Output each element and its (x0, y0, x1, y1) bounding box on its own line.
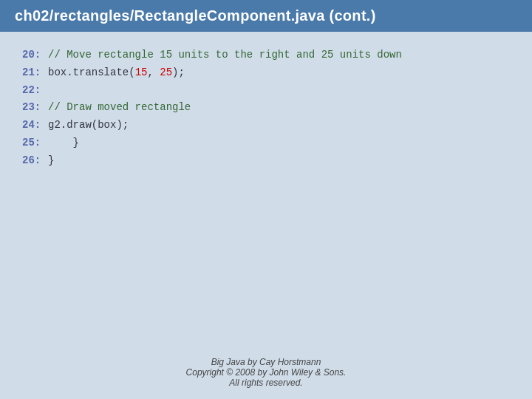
footer-line1: Big Java by Cay Horstmann (11, 357, 521, 367)
content-area: 20: // Move rectangle 15 units to the ri… (0, 32, 532, 346)
code-number-25: 25 (160, 66, 172, 78)
code-line-26: 26: } (22, 152, 510, 170)
line-number-26: 26: (22, 152, 48, 170)
footer-book-title: Big Java by Cay Horstmann (211, 357, 321, 367)
line-number-22: 22: (22, 82, 48, 100)
code-line-22: 22: (22, 82, 510, 100)
line-number-25: 25: (22, 134, 48, 152)
code-block: 20: // Move rectangle 15 units to the ri… (22, 47, 510, 170)
footer: Big Java by Cay Horstmann Copyright © 20… (0, 346, 532, 399)
code-translate-before: box.translate(15, 25); (48, 64, 185, 82)
code-comment-draw: // Draw moved rectangle (48, 99, 191, 117)
line-number-21: 21: (22, 64, 48, 82)
code-paren-close: ); (172, 66, 185, 78)
footer-line2: Copyright © 2008 by John Wiley & Sons. (11, 367, 521, 378)
code-brace-25: } (48, 134, 79, 152)
slide-container: ch02/rectangles/RectangleComponent.java … (0, 0, 532, 399)
code-line-20: 20: // Move rectangle 15 units to the ri… (22, 47, 510, 64)
code-brace-26: } (48, 152, 54, 170)
code-g2-draw: g2.draw(box); (48, 117, 129, 134)
line-number-24: 24: (22, 117, 48, 134)
code-comma: , (147, 66, 160, 78)
code-line-25: 25: } (22, 134, 510, 152)
title-bar: ch02/rectangles/RectangleComponent.java … (0, 0, 532, 32)
slide-title: ch02/rectangles/RectangleComponent.java … (15, 7, 376, 24)
footer-line3: All rights reserved. (11, 378, 521, 388)
code-comment-move: // Move rectangle 15 units to the right … (48, 47, 402, 64)
code-blank-22 (48, 82, 54, 100)
line-number-20: 20: (22, 47, 48, 64)
code-line-21: 21: box.translate(15, 25); (22, 64, 510, 82)
line-number-23: 23: (22, 99, 48, 117)
code-line-24: 24: g2.draw(box); (22, 117, 510, 134)
code-line-23: 23: // Draw moved rectangle (22, 99, 510, 117)
code-number-15: 15 (135, 66, 148, 78)
